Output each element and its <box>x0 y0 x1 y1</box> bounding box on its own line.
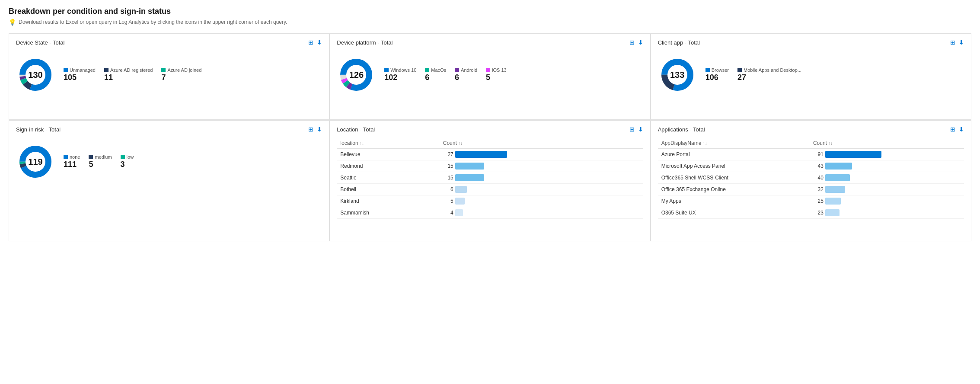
legend-ios13: iOS 13 5 <box>486 67 507 82</box>
device-platform-download-icon[interactable]: ⬇ <box>638 39 643 46</box>
location-name: Bellevue <box>337 149 439 160</box>
legend-unmanaged: Unmanaged 105 <box>64 67 96 82</box>
app-name: Office365 Shell WCSS-Client <box>658 172 810 184</box>
client-app-header: Client app - Total ⊞ ⬇ <box>658 39 964 46</box>
applications-icons: ⊞ ⬇ <box>950 126 964 133</box>
device-platform-donut: 126 <box>337 55 376 94</box>
device-state-total: 130 <box>28 70 42 80</box>
client-app-total: 133 <box>670 70 684 80</box>
signin-risk-widget: Sign-in risk - Total ⊞ ⬇ 119 <box>9 120 329 241</box>
app-count: 23 <box>810 207 964 219</box>
table-row: Seattle 15 <box>337 172 643 184</box>
legend-windows10: Windows 10 102 <box>384 67 416 82</box>
apps-col2-header[interactable]: Count ↑↓ <box>810 138 964 149</box>
location-name: Redmond <box>337 160 439 172</box>
table-row: Microsoft App Access Panel 43 <box>658 160 964 172</box>
client-app-icons: ⊞ ⬇ <box>950 39 964 46</box>
client-app-title: Client app - Total <box>658 39 700 46</box>
legend-browser: Browser 106 <box>705 67 729 82</box>
app-count: 40 <box>810 172 964 184</box>
app-name: Microsoft App Access Panel <box>658 160 810 172</box>
device-state-analytics-icon[interactable]: ⊞ <box>308 39 313 46</box>
legend-azure-ad-joined: Azure AD joined 7 <box>161 67 201 82</box>
signin-risk-header: Sign-in risk - Total ⊞ ⬇ <box>16 126 322 133</box>
location-count: 6 <box>440 184 643 195</box>
signin-risk-download-icon[interactable]: ⬇ <box>317 126 322 133</box>
location-download-icon[interactable]: ⬇ <box>638 126 643 133</box>
table-row: Azure Portal 91 <box>658 149 964 160</box>
client-app-download-icon[interactable]: ⬇ <box>959 39 964 46</box>
device-platform-donut-row: 126 Windows 10 102 MacOs 6 <box>337 51 643 103</box>
signin-risk-donut-row: 119 none 111 medium 5 <box>16 138 322 190</box>
applications-download-icon[interactable]: ⬇ <box>959 126 964 133</box>
table-row: Bothell 6 <box>337 184 643 195</box>
table-row: My Apps 25 <box>658 195 964 207</box>
location-count: 15 <box>440 172 643 184</box>
device-state-icons: ⊞ ⬇ <box>308 39 322 46</box>
device-platform-header: Device platform - Total ⊞ ⬇ <box>337 39 643 46</box>
legend-medium: medium 5 <box>89 154 112 169</box>
applications-table-container: AppDisplayName ↑↓ Count ↑↓ Azure Portal … <box>658 138 964 219</box>
device-state-legend: Unmanaged 105 Azure AD registered 11 Azu… <box>64 67 201 82</box>
app-name: Azure Portal <box>658 149 810 160</box>
signin-risk-legend: none 111 medium 5 low 3 <box>64 154 134 169</box>
legend-android: Android 6 <box>455 67 477 82</box>
table-row: Redmond 15 <box>337 160 643 172</box>
device-state-title: Device State - Total <box>16 39 64 46</box>
device-platform-title: Device platform - Total <box>337 39 393 46</box>
location-analytics-icon[interactable]: ⊞ <box>629 126 635 133</box>
location-table: location ↑↓ Count ↑↓ Bellevue 27 <box>337 138 643 219</box>
applications-analytics-icon[interactable]: ⊞ <box>950 126 955 133</box>
client-app-donut: 133 <box>658 55 697 94</box>
app-name: Office 365 Exchange Online <box>658 184 810 195</box>
table-row: Office 365 Exchange Online 32 <box>658 184 964 195</box>
location-header: Location - Total ⊞ ⬇ <box>337 126 643 133</box>
page-title: Breakdown per condition and sign-in stat… <box>9 7 971 16</box>
client-app-analytics-icon[interactable]: ⊞ <box>950 39 955 46</box>
location-count: 27 <box>440 149 643 160</box>
device-platform-legend: Windows 10 102 MacOs 6 Android <box>384 67 506 82</box>
device-platform-analytics-icon[interactable]: ⊞ <box>629 39 635 46</box>
app-count: 43 <box>810 160 964 172</box>
apps-col1-header[interactable]: AppDisplayName ↑↓ <box>658 138 810 149</box>
location-icons: ⊞ ⬇ <box>629 126 643 133</box>
location-count: 4 <box>440 207 643 219</box>
app-count: 91 <box>810 149 964 160</box>
table-row: Sammamish 4 <box>337 207 643 219</box>
location-count: 5 <box>440 195 643 207</box>
device-state-download-icon[interactable]: ⬇ <box>317 39 322 46</box>
device-platform-icons: ⊞ ⬇ <box>629 39 643 46</box>
client-app-donut-row: 133 Browser 106 Mobile Apps and Desktop.… <box>658 51 964 103</box>
signin-risk-icons: ⊞ ⬇ <box>308 126 322 133</box>
location-name: Seattle <box>337 172 439 184</box>
location-name: Kirkland <box>337 195 439 207</box>
app-name: O365 Suite UX <box>658 207 810 219</box>
client-app-legend: Browser 106 Mobile Apps and Desktop... 2… <box>705 67 801 82</box>
device-platform-total: 126 <box>349 70 364 80</box>
signin-risk-total: 119 <box>28 157 42 167</box>
signin-risk-donut: 119 <box>16 142 55 181</box>
legend-none: none 111 <box>64 154 80 169</box>
device-state-header: Device State - Total ⊞ ⬇ <box>16 39 322 46</box>
applications-table: AppDisplayName ↑↓ Count ↑↓ Azure Portal … <box>658 138 964 219</box>
location-count: 15 <box>440 160 643 172</box>
location-name: Sammamish <box>337 207 439 219</box>
location-col1-header[interactable]: location ↑↓ <box>337 138 439 149</box>
legend-mobile-apps: Mobile Apps and Desktop... 27 <box>737 67 801 82</box>
legend-azure-ad-registered: Azure AD registered 11 <box>104 67 153 82</box>
table-row: Office365 Shell WCSS-Client 40 <box>658 172 964 184</box>
info-bar: 💡 Download results to Excel or open quer… <box>9 19 971 26</box>
app-count: 32 <box>810 184 964 195</box>
top-row: Device State - Total ⊞ ⬇ <box>9 33 971 120</box>
location-col2-header[interactable]: Count ↑↓ <box>440 138 643 149</box>
client-app-widget: Client app - Total ⊞ ⬇ 133 Browser <box>651 33 971 120</box>
device-state-donut-row: 130 Unmanaged 105 Azure AD registered 11 <box>16 51 322 103</box>
info-icon: 💡 <box>9 19 16 26</box>
location-name: Bothell <box>337 184 439 195</box>
app-count: 25 <box>810 195 964 207</box>
signin-risk-analytics-icon[interactable]: ⊞ <box>308 126 313 133</box>
device-state-widget: Device State - Total ⊞ ⬇ <box>9 33 329 120</box>
applications-title: Applications - Total <box>658 126 705 133</box>
device-platform-widget: Device platform - Total ⊞ ⬇ 126 <box>329 33 650 120</box>
location-title: Location - Total <box>337 126 375 133</box>
